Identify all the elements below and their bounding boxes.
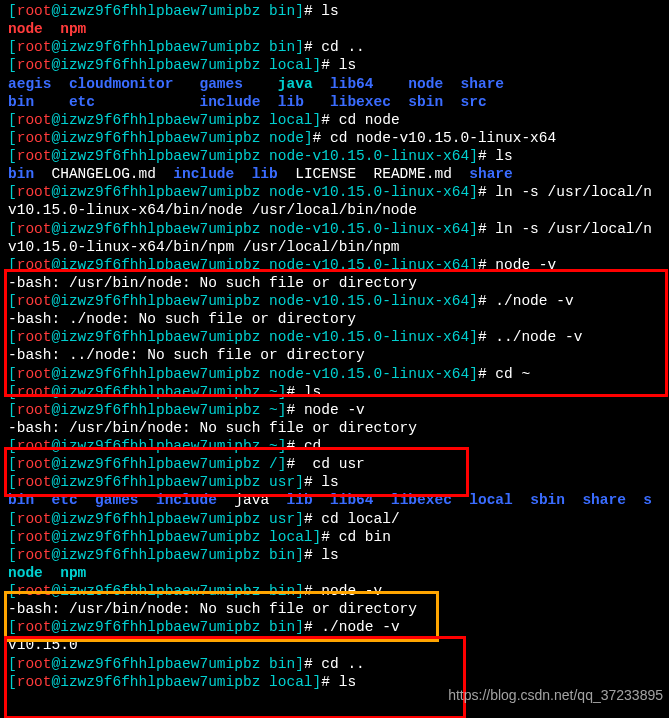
terminal-line: [root@izwz9f6fhhlpbaew7umipbz node-v10.1… [8,147,669,165]
terminal-line: [root@izwz9f6fhhlpbaew7umipbz local]# cd… [8,111,669,129]
terminal-output-line: -bash: ./node: No such file or directory [8,310,669,328]
terminal-output-line: -bash: /usr/bin/node: No such file or di… [8,274,669,292]
terminal-line: [root@izwz9f6fhhlpbaew7umipbz node-v10.1… [8,292,669,310]
terminal-output-line: v10.15.0-linux-x64/bin/npm /usr/local/bi… [8,238,669,256]
terminal-line: [root@izwz9f6fhhlpbaew7umipbz node-v10.1… [8,183,669,201]
terminal-line: [root@izwz9f6fhhlpbaew7umipbz bin]# cd .… [8,38,669,56]
terminal-line: [root@izwz9f6fhhlpbaew7umipbz ~]# ls [8,383,669,401]
watermark: https://blog.csdn.net/qq_37233895 [448,687,663,705]
terminal-ls-line: aegis cloudmonitor games java lib64 node… [8,75,669,93]
terminal-line: [root@izwz9f6fhhlpbaew7umipbz bin]# ls [8,546,669,564]
terminal-ls-line: node npm [8,20,669,38]
terminal-line: [root@izwz9f6fhhlpbaew7umipbz usr]# ls [8,473,669,491]
terminal-output-line: -bash: /usr/bin/node: No such file or di… [8,600,669,618]
terminal-line: [root@izwz9f6fhhlpbaew7umipbz node]# cd … [8,129,669,147]
terminal-line: [root@izwz9f6fhhlpbaew7umipbz ~]# node -… [8,401,669,419]
terminal-line: [root@izwz9f6fhhlpbaew7umipbz usr]# cd l… [8,510,669,528]
terminal-line: [root@izwz9f6fhhlpbaew7umipbz bin]# ./no… [8,618,669,636]
terminal-ls-line: bin etc games include java lib lib64 lib… [8,491,669,509]
terminal-output-line: v10.15.0 [8,636,669,654]
terminal-line: [root@izwz9f6fhhlpbaew7umipbz bin]# ls [8,2,669,20]
terminal-line: [root@izwz9f6fhhlpbaew7umipbz local]# ls [8,56,669,74]
terminal-output-line: -bash: ../node: No such file or director… [8,346,669,364]
terminal-line: [root@izwz9f6fhhlpbaew7umipbz bin]# cd .… [8,655,669,673]
terminal-line: [root@izwz9f6fhhlpbaew7umipbz ~]# cd .. [8,437,669,455]
terminal-line: [root@izwz9f6fhhlpbaew7umipbz node-v10.1… [8,256,669,274]
terminal-line: [root@izwz9f6fhhlpbaew7umipbz node-v10.1… [8,365,669,383]
terminal-output-line: v10.15.0-linux-x64/bin/node /usr/local/b… [8,201,669,219]
terminal-output-line: -bash: /usr/bin/node: No such file or di… [8,419,669,437]
terminal-line: [root@izwz9f6fhhlpbaew7umipbz node-v10.1… [8,328,669,346]
terminal-line: [root@izwz9f6fhhlpbaew7umipbz bin]# node… [8,582,669,600]
terminal-output: [root@izwz9f6fhhlpbaew7umipbz bin]# lsno… [0,0,669,691]
terminal-line: [root@izwz9f6fhhlpbaew7umipbz local]# cd… [8,528,669,546]
terminal-line: [root@izwz9f6fhhlpbaew7umipbz node-v10.1… [8,220,669,238]
terminal-ls-line: bin CHANGELOG.md include lib LICENSE REA… [8,165,669,183]
terminal-ls-line: bin etc include lib libexec sbin src [8,93,669,111]
terminal-line: [root@izwz9f6fhhlpbaew7umipbz /]# cd usr [8,455,669,473]
terminal-ls-line: node npm [8,564,669,582]
